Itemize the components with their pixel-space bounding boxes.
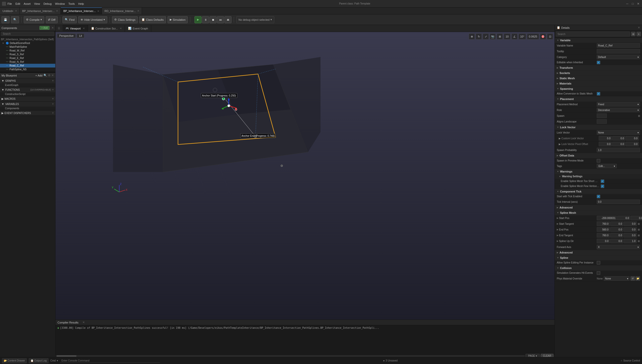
- tree-item-mainpathspline[interactable]: 〰 MainPathSpline: [0, 45, 55, 49]
- grid-snap-value[interactable]: 10: [504, 34, 510, 40]
- components-search-input[interactable]: [1, 32, 54, 36]
- tooltip-input[interactable]: [597, 49, 640, 54]
- lock-vector-section-header[interactable]: ▼ Lock Vector: [555, 125, 642, 130]
- tree-item-road-e[interactable]: 〰 Road_E_Ref: [0, 56, 55, 60]
- advanced-section-1-header[interactable]: ▶ Advanced: [555, 205, 642, 210]
- variable-section-header[interactable]: ▼ Variable: [555, 38, 642, 43]
- content-drawer-button[interactable]: 📂 Content Drawer: [2, 358, 27, 363]
- end-tangent-y-input[interactable]: [610, 233, 623, 238]
- spline-section-header[interactable]: ▼ Spline: [555, 255, 642, 260]
- tab-close[interactable]: ✕: [137, 10, 139, 12]
- settings-bp-icon[interactable]: ⚙: [48, 74, 50, 77]
- scroll-thumb[interactable]: [56, 355, 76, 357]
- tab-untitled[interactable]: Untitled+ ✕: [0, 8, 20, 14]
- end-pos-expand-icon[interactable]: ▶: [557, 228, 558, 231]
- collision-section-header[interactable]: ▼ Collision: [555, 266, 642, 270]
- custom-lock-y-input[interactable]: [612, 136, 625, 140]
- grid-snap-icon[interactable]: ⊞: [497, 34, 503, 40]
- menu-help[interactable]: Help: [78, 2, 84, 5]
- aligns-landscape-input[interactable]: [597, 119, 607, 124]
- angle-snap-value[interactable]: 10°: [518, 34, 526, 40]
- placement-section-header[interactable]: ▼ Placement: [555, 96, 642, 102]
- lit-button[interactable]: Lit: [77, 34, 84, 38]
- end-pos-x-input[interactable]: [597, 227, 610, 232]
- end-pos-y-input[interactable]: [610, 227, 623, 232]
- start-tangent-x-input[interactable]: [597, 222, 610, 226]
- tree-item-defaultsceneroot[interactable]: ▼ 🔵 DefaultSceneRoot: [0, 41, 55, 45]
- start-pos-y-input[interactable]: [617, 216, 630, 220]
- viewport-tab[interactable]: 🎮 Viewport ✕: [62, 25, 88, 32]
- materials-section-header[interactable]: ▶ Materials: [555, 81, 642, 86]
- save-button[interactable]: 💾: [2, 16, 10, 23]
- tab-bp1[interactable]: BP_Inheritance_Intersec... ✕: [20, 8, 61, 14]
- menu-debug[interactable]: Debug: [44, 2, 52, 5]
- viewport-3d[interactable]: Perspective Lit ⊕ ↻ ⤢ 📷 ⊞ 10 ∠ 10° 0.062…: [56, 32, 554, 320]
- spline-up-expand-icon[interactable]: ▶: [557, 240, 558, 242]
- spline-up-expand-btn[interactable]: ⊞: [638, 240, 640, 242]
- details-grid-icon[interactable]: ⊞: [631, 32, 636, 36]
- debug-object-selector[interactable]: No debug object selected ▾: [236, 16, 274, 23]
- static-mesh-section-header[interactable]: ▶ Static Mesh: [555, 76, 642, 81]
- custom-lock-x-input[interactable]: [599, 136, 612, 140]
- menu-tools[interactable]: Tools: [68, 2, 75, 5]
- spline-mesh-header[interactable]: ▼ Spline Mesh: [555, 210, 642, 215]
- end-pos-z-input[interactable]: [624, 227, 637, 232]
- eject-button[interactable]: ⏏: [224, 16, 232, 23]
- spline-up-z-input[interactable]: [624, 239, 637, 243]
- clear-button[interactable]: CLEAR: [541, 354, 554, 357]
- functions-section-header[interactable]: ▼ FUNCTIONS (14 OVERRIDABLE) +: [0, 87, 55, 92]
- menu-view[interactable]: View: [34, 2, 40, 5]
- start-tangent-expand-icon[interactable]: ▶: [557, 222, 558, 225]
- phys-material-find-btn[interactable]: ↺: [630, 276, 635, 281]
- output-log-button[interactable]: 📋 Output Log: [29, 358, 48, 363]
- close-script-icon[interactable]: ✕: [120, 27, 122, 30]
- lock-vector-dropdown[interactable]: None ▾: [597, 130, 640, 135]
- variable-name-input[interactable]: [597, 43, 640, 48]
- component-tick-header[interactable]: ▼ Component Tick: [555, 189, 642, 194]
- menu-file[interactable]: File: [8, 2, 12, 5]
- close-compiler-icon[interactable]: ✕: [82, 321, 85, 324]
- sockets-section-header[interactable]: ▶ Sockets: [555, 70, 642, 76]
- placement-method-dropdown[interactable]: Fixed ▾: [597, 102, 640, 106]
- tags-edit-button[interactable]: Edit... ▾: [597, 164, 617, 168]
- variables-section-header[interactable]: ▼ VARIABLES +: [0, 102, 55, 106]
- console-command-input[interactable]: [60, 359, 160, 363]
- allow-conversion-checkbox[interactable]: [597, 92, 600, 96]
- class-settings-button[interactable]: ⚙ Class Settings: [112, 16, 138, 23]
- end-tangent-expand-icon[interactable]: ▶: [557, 234, 558, 236]
- dispatchers-add[interactable]: +: [52, 111, 54, 115]
- close-details-icon[interactable]: ✕: [638, 26, 640, 29]
- sidebar-toggle[interactable]: ☰: [56, 25, 62, 32]
- start-pos-z-input[interactable]: [631, 216, 642, 220]
- event-graph-tab[interactable]: 📊 Event Graph: [125, 25, 151, 32]
- maximize-viewport-icon[interactable]: ⊡: [547, 34, 553, 40]
- pause-button[interactable]: ⏸: [202, 16, 209, 23]
- rotate-icon[interactable]: ↻: [476, 34, 482, 40]
- scroll-track[interactable]: [56, 355, 524, 357]
- anchor-start-point[interactable]: [222, 98, 225, 100]
- construction-script-tab[interactable]: 📋 Construction Scr... ✕: [88, 25, 125, 32]
- macros-section-header[interactable]: ▶ MACROS +: [0, 96, 55, 101]
- start-tangent-z-input[interactable]: [624, 222, 637, 226]
- offset-data-section-header[interactable]: ▶ Offset Data: [555, 153, 642, 158]
- phys-material-browse-btn[interactable]: 📁: [636, 276, 640, 281]
- macros-add[interactable]: +: [52, 97, 54, 100]
- details-search-input[interactable]: [556, 32, 630, 36]
- step-button[interactable]: ⏭: [217, 16, 224, 23]
- warnings-section-header[interactable]: ▼ Warnings: [555, 169, 642, 174]
- close-blueprint-icon[interactable]: ✕: [52, 74, 54, 77]
- perspective-button[interactable]: Perspective: [57, 34, 76, 38]
- end-pos-expand-btn[interactable]: ⊞: [638, 228, 640, 231]
- transform-icon[interactable]: ⊕: [469, 34, 475, 40]
- transform-section-header[interactable]: ▶ Transform: [555, 65, 642, 70]
- end-tangent-z-input[interactable]: [624, 233, 637, 238]
- tick-interval-input[interactable]: [597, 200, 640, 204]
- source-control-button[interactable]: ⑃ Source Control: [621, 359, 640, 362]
- functions-add[interactable]: +: [52, 88, 54, 92]
- start-pos-expand-icon[interactable]: ▶: [557, 217, 558, 219]
- camera-icon[interactable]: 📷: [490, 34, 496, 40]
- compile-button[interactable]: ⚙ Compile ▾: [24, 16, 44, 23]
- start-tangent-expand-btn[interactable]: ⊞: [638, 222, 640, 225]
- add-blueprint-button[interactable]: + Add: [36, 74, 42, 77]
- menu-edit[interactable]: Edit: [16, 2, 20, 5]
